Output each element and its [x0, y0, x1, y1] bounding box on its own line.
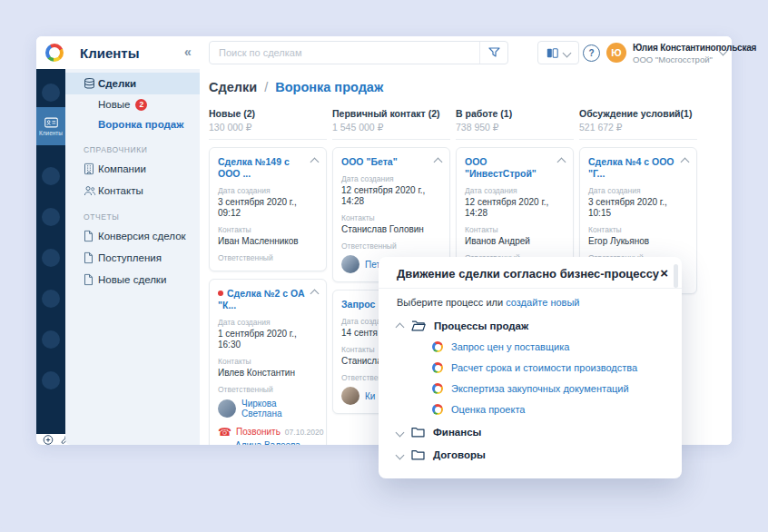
field-label: Дата создания — [218, 318, 318, 327]
rail-item-clients[interactable]: Клиенты — [36, 107, 65, 145]
responsible-link[interactable]: Ки — [365, 391, 375, 401]
view-switcher-button[interactable] — [537, 41, 579, 64]
add-button[interactable] — [43, 434, 54, 446]
filter-funnel-icon[interactable] — [479, 42, 507, 64]
search-input[interactable] — [210, 42, 497, 64]
sidebar-item-label: Контакты — [65, 185, 143, 196]
sidebar-item-label: Воронка продаж — [98, 119, 183, 130]
top-bar: Клиенты « ? Ю Юлия Константинопольская О… — [36, 36, 732, 70]
field-label: Ответственный — [341, 241, 441, 251]
collapse-card-icon[interactable] — [557, 158, 566, 167]
chevron-down-icon — [396, 450, 405, 459]
user-avatar[interactable]: Ю — [606, 43, 626, 63]
module-icon-placeholder[interactable] — [42, 84, 60, 102]
responsible-link[interactable]: Чиркова Светлана — [241, 399, 318, 419]
deal-title: ООО "ИнвестСтрой" — [465, 156, 558, 180]
module-icon-placeholder[interactable] — [42, 371, 60, 389]
user-company: ООО "Мосгосстрой" — [633, 54, 713, 64]
chevron-up-icon — [396, 322, 405, 331]
collapse-card-icon[interactable] — [310, 158, 320, 167]
tree-item-process[interactable]: Запрос цен у поставщика — [397, 341, 669, 352]
process-icon — [432, 404, 443, 415]
sidebar-item-companies[interactable]: Компании — [65, 158, 200, 180]
tree-item-process[interactable]: Оценка проекта — [397, 404, 669, 415]
folder-icon — [411, 449, 425, 460]
tree-group-contracts[interactable]: Договоры — [397, 449, 669, 460]
tree-item-process[interactable]: Расчет срока и стоимости производства — [397, 362, 669, 373]
column-title: Первичный контакт (2) — [332, 108, 450, 119]
deal-card[interactable]: Сделка №2 с ОА "К... Дата создания 1 сен… — [209, 279, 327, 445]
document-icon — [84, 274, 94, 286]
tree-group-label: Финансы — [433, 427, 481, 438]
breadcrumb-root[interactable]: Сделки — [209, 80, 257, 94]
chevron-down-icon — [396, 428, 405, 437]
field-value: 12 сентября 2020 г., 14:28 — [341, 185, 441, 207]
sidebar-item-new-deals[interactable]: Новые 2 — [65, 94, 200, 114]
column-title: Обсуждение условий(1) — [579, 108, 697, 119]
field-label: Контакты — [588, 225, 688, 234]
column-sum: 130 000 ₽ — [209, 122, 327, 133]
module-icon-placeholder[interactable] — [42, 167, 60, 185]
call-date: 07.10.2020 — [285, 428, 324, 437]
sidebar-item-report-income[interactable]: Поступления — [65, 247, 200, 269]
status-dot — [218, 291, 223, 296]
module-icon-placeholder[interactable] — [42, 330, 60, 349]
sidebar-item-label: Компании — [65, 163, 146, 174]
user-name[interactable]: Юлия Константинопольская — [633, 43, 756, 53]
field-value: Ивлев Константин — [218, 368, 318, 379]
field-label: Ответственный — [218, 253, 318, 262]
sidebar-item-report-conversion[interactable]: Конверсия сделок — [65, 225, 200, 247]
help-button[interactable]: ? — [583, 44, 600, 62]
modal-scrollbar[interactable] — [674, 264, 678, 288]
avatar — [218, 399, 236, 418]
field-value: Станислав Головин — [341, 224, 441, 235]
modal-title: Движение сделки согласно бизнес-процессу — [397, 267, 659, 281]
sidebar-item-report-newdeals[interactable]: Новые сделки — [65, 269, 200, 291]
collapse-card-icon[interactable] — [434, 158, 443, 167]
field-label: Дата создания — [465, 186, 565, 195]
avatar — [341, 255, 359, 273]
sidebar-item-deals[interactable]: Сделки — [65, 73, 200, 94]
tree-group-label: Процессы продаж — [434, 320, 528, 331]
field-label: Контакты — [218, 357, 318, 366]
call-person-link[interactable]: Алина Валеева — [235, 440, 300, 445]
module-icon-placeholder[interactable] — [42, 290, 60, 308]
sidebar-item-label: Поступления — [65, 252, 162, 263]
sidebar-item-sales-funnel[interactable]: Воронка продаж — [65, 114, 200, 134]
app-title: Клиенты — [80, 45, 139, 61]
field-value: 12 сентября 2020 г., 14:28 — [465, 197, 565, 219]
field-value: 3 сентября 2020 г., 09:12 — [218, 197, 318, 219]
column-title: В работе (1) — [456, 108, 574, 119]
process-icon — [432, 341, 443, 352]
folder-icon — [411, 427, 425, 438]
create-new-process-link[interactable]: создайте новый — [506, 297, 579, 308]
column-sum: 738 950 ₽ — [456, 122, 574, 133]
module-icon-placeholder[interactable] — [42, 249, 60, 267]
tree-item-process[interactable]: Экспертиза закупочных документаций — [397, 383, 669, 394]
field-label: Контакты — [218, 225, 318, 234]
tree-group-finance[interactable]: Финансы — [397, 427, 669, 438]
call-action-link[interactable]: Позвонить — [236, 427, 281, 437]
module-icon-placeholder[interactable] — [42, 208, 60, 226]
tree-item-label: Экспертиза закупочных документаций — [451, 383, 629, 394]
deal-card[interactable]: Сделка №149 с ООО ... Дата создания 3 се… — [209, 147, 327, 271]
field-value: Иванов Андрей — [465, 236, 565, 247]
field-label: Контакты — [341, 213, 441, 222]
modal-intro: Выберите процесс или создайте новый — [397, 297, 669, 308]
collapse-card-icon[interactable] — [681, 158, 690, 167]
collapse-card-icon[interactable] — [310, 290, 320, 299]
field-label: Ответственный — [218, 385, 318, 394]
sidebar-collapse-button[interactable]: « — [184, 44, 192, 59]
close-icon[interactable]: × — [660, 265, 668, 281]
deal-title: Сделка №2 с ОА "К... — [218, 288, 311, 311]
search-box — [209, 41, 508, 64]
field-value: Иван Масленников — [218, 236, 318, 247]
deal-title: Сделка №4 с ООО "Г... — [588, 156, 682, 180]
tree-group-sales[interactable]: Процессы продаж — [397, 320, 669, 331]
sidebar-item-contacts[interactable]: Контакты — [65, 180, 200, 202]
field-label: Дата создания — [341, 174, 441, 183]
modal-divider — [379, 288, 682, 289]
column-sum: 1 545 000 ₽ — [332, 122, 450, 133]
breadcrumb: Сделки / Воронка продаж — [209, 80, 732, 94]
breadcrumb-current: Воронка продаж — [275, 80, 383, 94]
